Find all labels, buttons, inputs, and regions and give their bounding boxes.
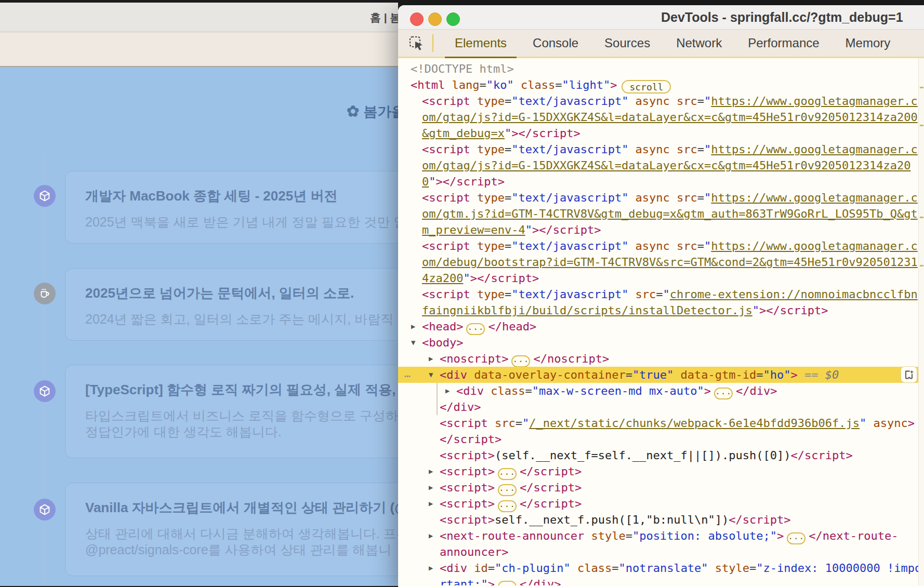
scrollbar[interactable] (918, 58, 924, 585)
selected-dom-node[interactable]: …▼<div data-overlay-container="true" dat… (398, 367, 924, 383)
disclosure-triangle-icon[interactable]: ▶ (445, 383, 450, 399)
disclosure-triangle-icon[interactable]: ▶ (429, 528, 433, 544)
tab-console[interactable]: Console (520, 29, 591, 58)
dom-tree-row[interactable]: <script type="text/javascript" async src… (398, 190, 924, 206)
code-token: <script (422, 95, 470, 108)
tab-memory[interactable]: Memory (833, 29, 904, 58)
dom-tree-row[interactable]: ▶<noscript>···</noscript> (398, 351, 924, 367)
dom-tree-row[interactable]: <html lang="ko" class="light">scroll (398, 77, 924, 93)
code-token: > (908, 417, 915, 430)
inspect-element-icon[interactable] (407, 34, 425, 52)
tab-elements[interactable]: Elements (442, 29, 520, 58)
dom-tree-row[interactable]: <!DOCTYPE html> (398, 61, 924, 77)
resource-link[interactable]: om/gtag/js?id=G-15DXXGKZ4S&l=dataLayer&c… (422, 159, 910, 172)
resource-link[interactable]: &gtm_debug=x (422, 127, 505, 140)
close-window-button[interactable] (410, 12, 424, 26)
resource-link[interactable]: om/gtm.js?id=GTM-T4CTRV8V&gtm_debug=x&gt… (422, 207, 918, 220)
dom-tree-row[interactable]: &gtm_debug=x"></script> (398, 125, 924, 141)
resource-link[interactable]: https://www.googletagmanager.c (711, 191, 917, 204)
scroll-badge[interactable]: scroll (622, 80, 671, 94)
code-token: == (798, 368, 825, 381)
dom-tree-row[interactable]: ▶<script>···</script> (398, 463, 924, 479)
devtools-window: DevTools - springfall.cc/?gtm_debug=1 El… (398, 5, 924, 587)
disclosure-triangle-icon[interactable]: ▶ (429, 463, 433, 479)
dom-tree-row[interactable]: ▶<div id="ch-plugin" class="notranslate"… (398, 560, 924, 576)
dom-tree-row[interactable]: ▶<div class="max-w-screen-md mx-auto">··… (398, 383, 924, 399)
dom-tree-row[interactable]: <script type="text/javascript" async src… (398, 93, 924, 109)
resource-link[interactable]: 0 (422, 175, 429, 188)
dom-tree-row[interactable]: ▶<script>···</script> (398, 479, 924, 496)
resource-link[interactable]: https://www.googletagmanager.c (711, 143, 917, 156)
disclosure-triangle-icon[interactable]: ▶ (429, 560, 433, 576)
code-token: " (704, 191, 711, 204)
expand-ellipsis-icon[interactable]: ··· (498, 484, 517, 496)
site-logo[interactable]: ✿봄가을 (347, 102, 398, 121)
browser-tab-bar[interactable]: 홈 | 봄 (0, 3, 398, 32)
zoom-window-button[interactable] (446, 12, 460, 26)
resource-link[interactable]: om/debug/bootstrap?id=GTM-T4CTRV8V&src=G… (422, 256, 918, 269)
dom-tree-row[interactable]: <script>(self.__next_f=self.__next_f||[]… (398, 447, 924, 463)
minimize-window-button[interactable] (428, 12, 442, 26)
dom-tree-row[interactable]: ▼<body> (398, 335, 924, 351)
disclosure-triangle-icon[interactable]: ▶ (411, 318, 415, 335)
dom-tree-row[interactable]: rtant;">···</div> (398, 576, 924, 585)
expand-ellipsis-icon[interactable]: ··· (498, 581, 517, 585)
code-token: class (484, 384, 525, 397)
disclosure-triangle-icon[interactable]: ▼ (411, 335, 415, 351)
disclosure-triangle-icon[interactable]: ▼ (429, 367, 433, 383)
dom-tree-row[interactable]: </script> (398, 431, 924, 447)
dom-tree-row[interactable]: <script type="text/javascript" async src… (398, 141, 924, 157)
post-card[interactable]: Vanilla 자바스크립트에서 개별적인 상태 관리하기 (@p상태 관리에 … (65, 483, 398, 576)
browser-tab-title[interactable]: 홈 | 봄 (370, 3, 398, 32)
resource-link[interactable]: https://www.googletagmanager.c (711, 239, 917, 252)
expand-ellipsis-icon[interactable]: ··· (466, 323, 485, 335)
dom-tree-row[interactable]: om/gtm.js?id=GTM-T4CTRV8V&gtm_debug=x&gt… (398, 206, 924, 222)
resource-link[interactable]: chrome-extension://nomnoimacbncclfbn (670, 288, 918, 301)
expand-ellipsis-icon[interactable]: ··· (498, 468, 517, 480)
code-token: class (571, 562, 612, 575)
tab-performance[interactable]: Performance (735, 29, 832, 58)
tab-network[interactable]: Network (663, 29, 735, 58)
resource-link[interactable]: m_preview=env-4 (422, 223, 525, 236)
post-card[interactable]: 2025년으로 넘어가는 문턱에서, 일터의 소로.2024년 짧은 회고, 일… (65, 268, 398, 341)
dom-tree-row[interactable]: om/debug/bootstrap?id=GTM-T4CTRV8V&src=G… (398, 254, 924, 270)
resource-link[interactable]: /_next/static/chunks/webpack-6e1e4bfdd93… (529, 417, 860, 430)
dom-tree-row[interactable]: om/gtag/js?id=G-15DXXGKZ4S&l=dataLayer&c… (398, 109, 924, 125)
dom-tree-row[interactable]: </div> (398, 399, 924, 415)
code-token: type (470, 239, 505, 252)
dom-tree-row[interactable]: ▶<next-route-announcer style="position: … (398, 528, 924, 544)
dom-tree-row[interactable]: <script src="/_next/static/chunks/webpac… (398, 415, 924, 431)
dom-tree-row[interactable]: 0"></script> (398, 174, 924, 190)
code-token: </script> (729, 513, 790, 526)
expand-ellipsis-icon[interactable]: ··· (511, 355, 530, 367)
dom-tree-row[interactable]: <script type="text/javascript" async src… (398, 238, 924, 254)
dom-tree-row[interactable]: m_preview=env-4"></script> (398, 222, 924, 238)
dom-tree-row[interactable]: ▶<head>···</head> (398, 318, 924, 335)
dom-tree-row[interactable]: 4za200"></script> (398, 270, 924, 286)
expand-ellipsis-icon[interactable]: ··· (787, 532, 806, 544)
dom-tree-row[interactable]: announcer> (398, 544, 924, 560)
resource-link[interactable]: faingniikblfbji/build/scripts/installDet… (422, 304, 753, 317)
disclosure-triangle-icon[interactable]: ▶ (429, 479, 433, 496)
dom-tree-row[interactable]: om/gtag/js?id=G-15DXXGKZ4S&l=dataLayer&c… (398, 157, 924, 174)
tab-sources[interactable]: Sources (591, 29, 663, 58)
resource-link[interactable]: https://www.googletagmanager.c (711, 95, 917, 108)
code-token: <script (422, 143, 470, 156)
ai-assistance-button[interactable] (901, 367, 917, 382)
dom-tree-row[interactable]: ▶<script>···</script> (398, 496, 924, 512)
resource-link[interactable]: om/gtag/js?id=G-15DXXGKZ4S&l=dataLayer&c… (422, 111, 918, 124)
dom-tree-row[interactable]: <script>self.__next_f.push([1,"b:null\n"… (398, 512, 924, 528)
code-token: <script> (440, 481, 495, 494)
code-token: = (612, 562, 618, 575)
disclosure-triangle-icon[interactable]: ▶ (429, 351, 433, 367)
expand-ellipsis-icon[interactable]: ··· (498, 500, 517, 512)
resource-link[interactable]: 4za200 (422, 272, 463, 285)
dom-tree-row[interactable]: <script type="text/javascript" src="chro… (398, 286, 924, 302)
expand-ellipsis-icon[interactable]: ··· (714, 388, 733, 399)
disclosure-triangle-icon[interactable]: ▶ (429, 496, 433, 512)
dom-tree-row[interactable]: faingniikblfbji/build/scripts/installDet… (398, 302, 924, 318)
node-options-icon[interactable]: … (404, 366, 412, 382)
post-card[interactable]: [TypeScript] 함수형 로직 짜기의 필요성, 실제 적용, 그타입스… (65, 365, 398, 458)
devtools-title-bar: DevTools - springfall.cc/?gtm_debug=1 (398, 5, 924, 30)
post-card[interactable]: 개발자 MacBook 종합 세팅 - 2025년 버전2025년 맥북을 새로… (65, 171, 398, 244)
